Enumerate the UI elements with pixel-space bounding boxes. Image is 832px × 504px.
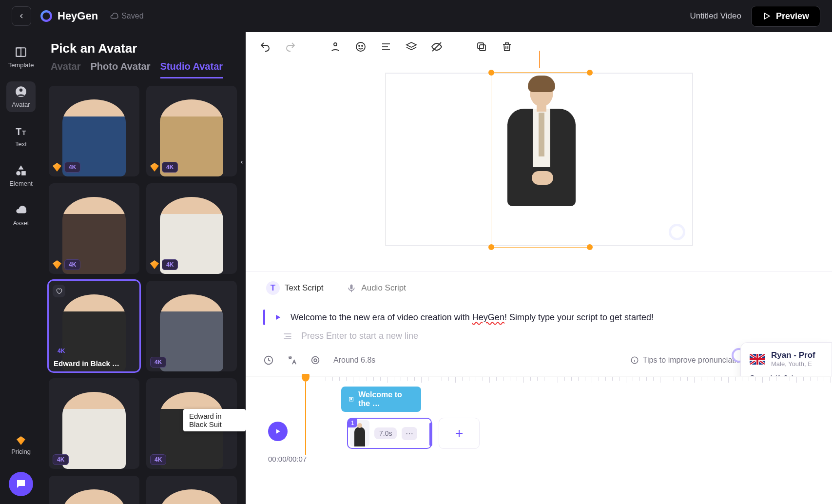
avatar-badges: 4K [53, 454, 69, 465]
script-clip[interactable]: Welcome to the … [341, 387, 421, 412]
video-title[interactable]: Untitled Video [690, 11, 741, 21]
svg-point-9 [16, 171, 20, 175]
avatar-card[interactable]: 4K [146, 183, 237, 274]
clip-duration: 7.0s [374, 427, 397, 439]
face-button[interactable] [355, 41, 367, 53]
library-panel: Pick an Avatar Avatar Photo Avatar Studi… [42, 32, 246, 504]
timeline: Welcome to the … 1 [246, 376, 832, 471]
tab-avatar[interactable]: Avatar [51, 61, 81, 78]
script-line[interactable]: Welcome to the new era of video creation… [246, 307, 832, 328]
svg-marker-41 [276, 429, 280, 433]
avatar-card[interactable] [49, 476, 139, 504]
avatar-settings-button[interactable] [329, 41, 341, 53]
stage[interactable] [386, 73, 693, 246]
tab-photo-avatar[interactable]: Photo Avatar [91, 61, 151, 78]
clip-trim-handle[interactable] [429, 423, 432, 446]
duration-estimate: Around 6.8s [333, 356, 375, 365]
align-button[interactable] [380, 41, 392, 53]
ai-icon[interactable] [310, 355, 321, 366]
rail-text[interactable]: TT Text [6, 121, 36, 152]
avatar-card[interactable]: 4K [146, 86, 237, 176]
voice-meta: Male, Youth, E [771, 360, 815, 368]
avatar-badges: 4K [150, 162, 178, 173]
script-clip-icon [348, 395, 354, 403]
premium-gem-icon [150, 163, 159, 172]
rail-asset-label: Asset [13, 219, 29, 227]
timecode: 00:00/00:07 [268, 455, 814, 463]
template-icon [15, 46, 27, 58]
script-text[interactable]: Welcome to the new era of video creation… [290, 312, 654, 323]
visibility-button[interactable] [431, 41, 443, 53]
rail-pricing-label: Pricing [11, 448, 31, 455]
library-title: Pick an Avatar [51, 41, 237, 56]
play-icon [274, 427, 282, 435]
chat-icon [15, 478, 27, 490]
translate-icon[interactable] [287, 355, 297, 366]
text-script-label: Text Script [285, 283, 323, 293]
clip-menu-button[interactable]: ⋯ [402, 427, 417, 440]
cloud-upload-icon [15, 204, 27, 216]
script-placeholder: Press Enter to start a new line [301, 331, 418, 341]
save-status: Saved [110, 12, 143, 20]
avatar-badges: 4K [150, 454, 166, 465]
avatar-badges: 4K [53, 259, 80, 270]
support-chat-button[interactable] [9, 472, 33, 496]
script-new-line[interactable]: Press Enter to start a new line [246, 328, 832, 344]
avatar-grid: 4K4K4K4KEdward in Black …4K4K4K4K [49, 86, 239, 504]
resize-handle[interactable] [587, 70, 593, 76]
alignment-guide [539, 51, 540, 68]
script-clip-label: Welcome to the … [358, 390, 414, 408]
brand-logo-icon [40, 10, 53, 22]
preview-button[interactable]: Preview [751, 6, 820, 27]
playhead[interactable] [301, 374, 310, 455]
info-icon [630, 356, 639, 365]
avatar-card[interactable]: 4K [49, 86, 139, 176]
avatar-badges: 4K [53, 162, 80, 173]
play-line-icon[interactable] [274, 313, 282, 321]
save-status-text: Saved [121, 12, 143, 20]
resize-handle[interactable] [488, 70, 494, 76]
avatar-card[interactable]: Edward in Black …4K [49, 281, 139, 371]
delete-button[interactable] [501, 41, 513, 53]
shapes-icon [15, 164, 27, 177]
resize-handle[interactable] [587, 244, 593, 250]
rail-element[interactable]: Element [6, 160, 36, 191]
rail-avatar[interactable]: Avatar [6, 81, 36, 112]
video-clip[interactable]: 1 7.0s ⋯ [347, 418, 432, 449]
copy-button[interactable] [476, 41, 487, 53]
timeline-ruler[interactable] [319, 377, 814, 385]
add-clip-button[interactable] [439, 418, 480, 449]
svg-marker-1 [764, 13, 770, 19]
rail-pricing[interactable]: Pricing [6, 432, 36, 459]
avatar-card[interactable]: 4K [49, 183, 139, 274]
4k-badge: 4K [150, 454, 166, 465]
clock-icon[interactable] [263, 355, 274, 366]
undo-button[interactable] [259, 41, 271, 53]
collapse-panel-button[interactable] [237, 143, 246, 181]
tab-audio-script[interactable]: Audio Script [344, 280, 409, 300]
avatar-card[interactable]: 4K [146, 281, 237, 371]
layers-button[interactable] [406, 41, 417, 53]
avatar-card[interactable]: 4K [49, 378, 139, 469]
favorite-button[interactable] [53, 285, 65, 297]
svg-point-0 [41, 11, 51, 21]
avatar-badges: 4K [150, 259, 178, 270]
selection-box[interactable] [491, 72, 590, 248]
canvas[interactable] [246, 61, 832, 271]
avatar-card[interactable] [146, 476, 237, 504]
plus-icon [453, 427, 465, 439]
rail-asset[interactable]: Asset [6, 200, 36, 231]
back-button[interactable] [12, 6, 31, 26]
rail-template[interactable]: Template [6, 42, 36, 73]
tab-text-script[interactable]: T Text Script [263, 278, 326, 302]
redo-button[interactable] [285, 41, 296, 53]
resize-handle[interactable] [488, 244, 494, 250]
library-tabs: Avatar Photo Avatar Studio Avatar [51, 61, 237, 79]
tab-studio-avatar[interactable]: Studio Avatar [160, 61, 223, 78]
svg-rect-22 [350, 285, 353, 290]
flag-uk-icon [750, 354, 765, 365]
rail-text-label: Text [15, 140, 27, 148]
timeline-play-button[interactable] [268, 422, 288, 441]
4k-badge: 4K [162, 162, 178, 173]
clip-number: 1 [348, 419, 357, 427]
